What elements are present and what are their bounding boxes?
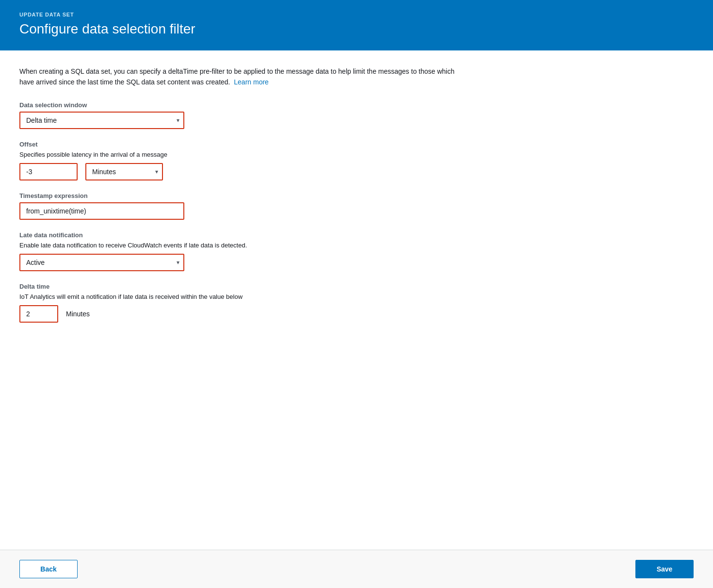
page-title: Configure data selection filter (19, 21, 694, 37)
offset-value-input[interactable] (19, 163, 78, 180)
late-data-sublabel: Enable late data notification to receive… (19, 242, 694, 249)
save-button[interactable]: Save (635, 560, 694, 578)
description-text: When creating a SQL data set, you can sp… (19, 66, 456, 88)
main-content: When creating a SQL data set, you can sp… (0, 50, 713, 550)
page-header: UPDATE DATA SET Configure data selection… (0, 0, 713, 50)
offset-label: Offset (19, 141, 694, 148)
data-selection-window-group: Data selection window None Delta time Fi… (19, 101, 694, 129)
late-data-select[interactable]: Inactive Active (19, 254, 184, 271)
learn-more-link[interactable]: Learn more (234, 78, 269, 86)
late-data-label: Late data notification (19, 231, 694, 239)
late-data-wrapper: Inactive Active ▾ (19, 254, 184, 271)
offset-unit-wrapper: Seconds Minutes Hours Days ▾ (85, 163, 163, 180)
offset-sublabel: Specifies possible latency in the arriva… (19, 151, 694, 158)
delta-time-sublabel: IoT Analytics will emit a notification i… (19, 293, 694, 300)
late-data-group: Late data notification Enable late data … (19, 231, 694, 271)
page-subtitle: UPDATE DATA SET (19, 12, 694, 17)
timestamp-group: Timestamp expression (19, 192, 694, 220)
offset-group: Offset Specifies possible latency in the… (19, 141, 694, 180)
back-button[interactable]: Back (19, 560, 78, 578)
delta-time-label: Delta time (19, 283, 694, 290)
data-selection-window-label: Data selection window (19, 101, 694, 109)
delta-time-unit-label: Minutes (66, 310, 90, 318)
data-selection-window-wrapper: None Delta time Fixed window ▾ (19, 112, 184, 129)
delta-time-input[interactable] (19, 305, 58, 323)
data-selection-window-select[interactable]: None Delta time Fixed window (19, 112, 184, 129)
page-footer: Back Save (0, 550, 713, 588)
delta-time-group: Delta time IoT Analytics will emit a not… (19, 283, 694, 323)
timestamp-label: Timestamp expression (19, 192, 694, 199)
offset-row: Seconds Minutes Hours Days ▾ (19, 163, 694, 180)
delta-time-row: Minutes (19, 305, 694, 323)
timestamp-input[interactable] (19, 202, 184, 220)
offset-unit-select[interactable]: Seconds Minutes Hours Days (85, 163, 163, 180)
